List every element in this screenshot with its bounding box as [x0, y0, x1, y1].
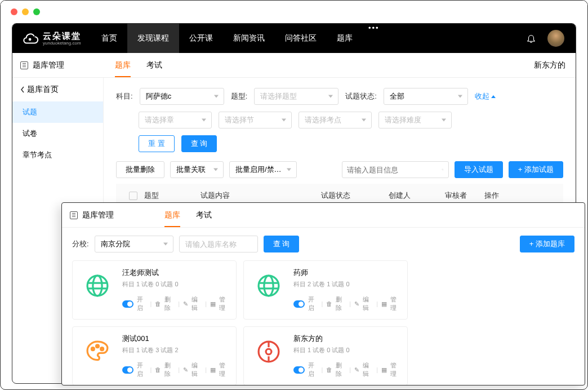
edit-icon: ✎: [183, 300, 188, 308]
nav-bank[interactable]: 题库: [327, 24, 363, 53]
grid-icon: ▦: [381, 366, 387, 374]
bank-card[interactable]: 药师 科目 2 试卷 1 试题 0 开启 | 🗑 删除 | ✎ 编辑 | ▦ 管…: [243, 260, 408, 320]
checkbox-all[interactable]: [129, 192, 137, 200]
th-creator: 创建人: [389, 190, 445, 201]
nav-public[interactable]: 公开课: [179, 24, 223, 53]
card-meta: 科目 2 试卷 1 试题 0: [293, 280, 400, 289]
branch-select[interactable]: 南京分院: [95, 236, 173, 252]
bank-icon: [251, 268, 287, 304]
nav-qa[interactable]: 问答社区: [275, 24, 327, 53]
edit-icon: ✎: [354, 300, 359, 308]
batch-delete-button[interactable]: 批量删除: [116, 161, 164, 178]
card-edit[interactable]: 编辑: [191, 295, 202, 312]
import-button[interactable]: 导入试题: [455, 161, 503, 178]
close-icon[interactable]: [11, 8, 17, 15]
list-icon: [70, 211, 78, 219]
window-controls: [1, 1, 587, 23]
subject-label: 科目:: [116, 91, 133, 101]
card-edit[interactable]: 编辑: [363, 295, 373, 312]
bank-card[interactable]: 测试001 科目 1 试卷 3 试题 2 开启 | 🗑 删除 | ✎ 编辑 | …: [72, 326, 237, 385]
difficulty-select[interactable]: 请选择难度: [378, 112, 452, 128]
overlay-tab-exam[interactable]: 考试: [196, 203, 212, 227]
trash-icon: 🗑: [155, 300, 161, 307]
card-edit[interactable]: 编辑: [363, 361, 373, 378]
sidebar-item-questions[interactable]: 试题: [12, 101, 103, 123]
bank-card[interactable]: 汪老师测试 科目 1 试卷 0 试题 0 开启 | 🗑 删除 | ✎ 编辑 | …: [72, 260, 237, 320]
card-delete[interactable]: 删除: [164, 295, 175, 312]
batch-enable-select[interactable]: 批量启用/禁…: [229, 161, 297, 178]
tab-exam[interactable]: 考试: [146, 54, 162, 77]
card-title: 汪老师测试: [122, 268, 229, 278]
toggle-open[interactable]: [122, 300, 133, 308]
type-select[interactable]: 请选择题型: [254, 88, 338, 105]
svg-point-4: [259, 276, 279, 296]
nav-items: 首页 发现课程 公开课 新闻资讯 问答社区 题库 •••: [91, 24, 385, 53]
bank-card[interactable]: 新东方的 科目 1 试卷 0 试题 0 开启 | 🗑 删除 | ✎ 编辑 | ▦…: [243, 326, 408, 385]
subject-select[interactable]: 阿萨德c: [140, 88, 224, 105]
logo[interactable]: 云朵课堂 yunduoketang.com: [12, 30, 91, 47]
svg-point-3: [93, 276, 102, 296]
th-ops: 操作: [484, 190, 558, 201]
search-input[interactable]: [342, 161, 449, 178]
toggle-open[interactable]: [293, 300, 305, 308]
card-title: 新东方的: [293, 334, 400, 344]
avatar[interactable]: [547, 30, 564, 47]
sidebar-item-papers[interactable]: 试卷: [12, 123, 103, 144]
section-select[interactable]: 请选择节: [219, 112, 292, 128]
bank-name-input[interactable]: [179, 236, 258, 252]
svg-point-7: [96, 345, 99, 348]
nav-discover[interactable]: 发现课程: [127, 24, 179, 53]
overlay-search-button[interactable]: 查 询: [264, 236, 300, 252]
th-reviewer: 审核者: [445, 190, 484, 201]
card-delete[interactable]: 删除: [336, 361, 346, 378]
sidebar-back[interactable]: 题库首页: [12, 78, 103, 101]
logo-text: 云朵课堂: [43, 32, 81, 40]
card-manage[interactable]: 管理: [390, 295, 400, 312]
reset-button[interactable]: 重 置: [139, 135, 175, 152]
overlay-window: 题库管理 题库 考试 分校: 南京分院 查 询 + 添加题库 汪老师测试 科目 …: [61, 202, 585, 385]
svg-point-5: [264, 276, 273, 296]
card-manage[interactable]: 管理: [219, 361, 229, 378]
cloud-icon: [23, 30, 39, 47]
card-manage[interactable]: 管理: [219, 295, 229, 312]
th-content: 试题内容: [201, 190, 321, 201]
page-title: 题库管理: [33, 60, 64, 70]
status-select[interactable]: 全部: [384, 88, 468, 105]
svg-point-2: [87, 276, 108, 296]
overlay-tab-bank[interactable]: 题库: [164, 203, 180, 227]
overlay-title: 题库管理: [82, 210, 114, 220]
card-delete[interactable]: 删除: [164, 361, 175, 378]
card-edit[interactable]: 编辑: [191, 361, 202, 378]
nav-home[interactable]: 首页: [91, 24, 127, 53]
card-delete[interactable]: 删除: [336, 295, 346, 312]
sub-header: 题库管理 题库 考试 新东方的: [12, 53, 576, 78]
toggle-open[interactable]: [122, 366, 133, 374]
point-select[interactable]: 请选择考点: [299, 112, 372, 128]
trash-icon: 🗑: [326, 366, 332, 373]
tab-bank[interactable]: 题库: [115, 54, 131, 77]
bell-icon[interactable]: [526, 33, 536, 43]
grid-icon: ▦: [381, 300, 387, 308]
add-question-button[interactable]: + 添加试题: [509, 161, 563, 178]
card-manage[interactable]: 管理: [390, 361, 400, 378]
batch-link-select[interactable]: 批量关联: [170, 161, 224, 178]
nav-news[interactable]: 新闻资讯: [223, 24, 275, 53]
maximize-icon[interactable]: [33, 8, 40, 15]
card-title: 药师: [293, 268, 400, 278]
grid-icon: ▦: [210, 366, 216, 374]
add-bank-button[interactable]: + 添加题库: [520, 236, 574, 252]
sidebar-item-chapters[interactable]: 章节考点: [12, 144, 103, 166]
list-icon: [20, 61, 28, 69]
collapse-link[interactable]: 收起: [475, 91, 496, 101]
toggle-open[interactable]: [293, 366, 305, 374]
card-title: 测试001: [122, 334, 229, 344]
svg-point-10: [266, 349, 271, 354]
chapter-select[interactable]: 请选择章: [139, 112, 212, 128]
trash-icon: 🗑: [155, 366, 161, 373]
bank-icon: [79, 268, 115, 304]
search-button[interactable]: 查 询: [181, 135, 217, 152]
minimize-icon[interactable]: [22, 8, 29, 15]
trash-icon: 🗑: [326, 300, 332, 307]
edit-icon: ✎: [183, 366, 188, 374]
nav-more-icon[interactable]: •••: [363, 24, 385, 53]
